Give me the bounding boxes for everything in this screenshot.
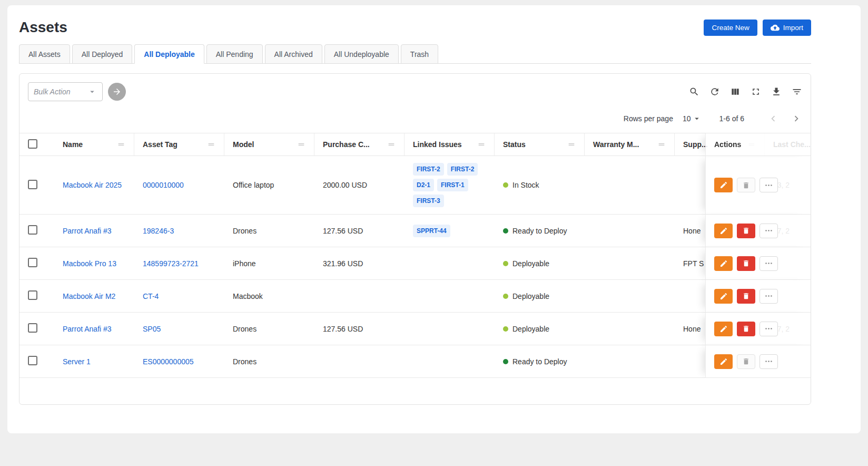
- column-resize-handle-icon[interactable]: [657, 140, 666, 149]
- linked-issue-badge[interactable]: SPPRT-44: [413, 225, 450, 237]
- linked-issue-badge[interactable]: FIRST-2: [447, 163, 478, 176]
- model-cell: Office laptop: [224, 156, 314, 215]
- edit-button[interactable]: [714, 224, 733, 238]
- asset-name-link[interactable]: Macbook Air 2025: [63, 181, 122, 189]
- row-checkbox[interactable]: [28, 290, 37, 300]
- rows-per-page-select[interactable]: 10: [683, 114, 702, 123]
- refresh-icon[interactable]: [709, 86, 720, 97]
- filter-icon[interactable]: [792, 86, 802, 97]
- warranty-cell: [585, 345, 675, 378]
- column-header-model[interactable]: Model: [224, 133, 314, 156]
- tab-all-undeployable[interactable]: All Undeployable: [324, 44, 399, 64]
- delete-button[interactable]: [737, 224, 755, 238]
- asset-tag-link[interactable]: 0000010000: [143, 181, 184, 189]
- bulk-action-select[interactable]: Bulk Action: [28, 82, 103, 101]
- status-cell: Ready to Deploy: [495, 345, 585, 378]
- column-header-warranty[interactable]: Warranty M...: [585, 133, 675, 156]
- edit-button[interactable]: [714, 178, 733, 192]
- more-actions-button[interactable]: [760, 322, 778, 336]
- asset-name-link[interactable]: Macbook Pro 13: [63, 259, 116, 268]
- download-icon[interactable]: [771, 86, 782, 97]
- import-button[interactable]: Import: [763, 20, 811, 36]
- column-resize-handle-icon[interactable]: [477, 140, 486, 149]
- column-resize-handle-icon[interactable]: [117, 140, 125, 149]
- chevron-down-icon: [692, 114, 702, 123]
- name-cell: Parrot Anafi #3: [54, 215, 134, 247]
- row-checkbox[interactable]: [28, 356, 37, 365]
- edit-button[interactable]: [714, 322, 733, 336]
- prev-page-button[interactable]: [767, 113, 779, 124]
- assets-table-wrap: NameAsset TagModelPurchase C...Linked Is…: [19, 133, 811, 378]
- column-header-asset_tag[interactable]: Asset Tag: [134, 133, 224, 156]
- more-actions-button[interactable]: [760, 224, 778, 238]
- linked-issue-badge[interactable]: D2-1: [413, 179, 434, 191]
- next-page-button[interactable]: [791, 113, 802, 124]
- asset-name-link[interactable]: Parrot Anafi #3: [63, 325, 112, 333]
- asset-name-link[interactable]: Parrot Anafi #3: [63, 227, 112, 235]
- column-header-label: Purchase C...: [323, 140, 370, 149]
- row-checkbox[interactable]: [28, 225, 37, 235]
- column-resize-handle-icon[interactable]: [297, 140, 305, 149]
- status-dot-icon: [503, 228, 508, 234]
- column-header-label: Warranty M...: [593, 140, 639, 149]
- tab-all-deployed[interactable]: All Deployed: [72, 44, 133, 64]
- column-header-purchase_cost[interactable]: Purchase C...: [314, 133, 405, 156]
- rows-per-page-value: 10: [683, 114, 691, 123]
- asset-tag-link[interactable]: ES0000000005: [143, 357, 194, 366]
- actions-cell: [705, 156, 811, 215]
- tab-all-assets[interactable]: All Assets: [19, 44, 70, 64]
- select-all-checkbox[interactable]: [28, 139, 37, 149]
- actions-cell: [705, 313, 811, 345]
- asset-tag-link[interactable]: CT-4: [143, 292, 159, 300]
- delete-button[interactable]: [737, 256, 755, 271]
- columns-icon[interactable]: [730, 86, 741, 97]
- fullscreen-icon[interactable]: [751, 86, 761, 97]
- delete-button[interactable]: [737, 178, 755, 192]
- create-new-button[interactable]: Create New: [704, 20, 757, 36]
- row-checkbox[interactable]: [28, 323, 37, 333]
- edit-button[interactable]: [714, 289, 733, 304]
- asset-tag-link[interactable]: 148599723-2721: [143, 259, 199, 268]
- tab-all-archived[interactable]: All Archived: [265, 44, 322, 64]
- arrow-right-icon: [112, 87, 122, 96]
- name-cell: Macbook Air 2025: [54, 156, 134, 215]
- more-actions-button[interactable]: [760, 354, 778, 369]
- delete-button[interactable]: [737, 322, 755, 336]
- linked-issues-cell: SPPRT-44: [405, 215, 495, 247]
- tab-all-deployable[interactable]: All Deployable: [134, 44, 204, 64]
- edit-button[interactable]: [714, 354, 733, 369]
- purchase-cost-cell: [314, 345, 405, 378]
- bulk-action-apply-button[interactable]: [108, 83, 126, 101]
- column-header-name[interactable]: Name: [54, 133, 134, 156]
- search-icon[interactable]: [689, 86, 699, 97]
- column-resize-handle-icon[interactable]: [207, 140, 215, 149]
- linked-issues-cell: [405, 280, 495, 313]
- linked-issue-badge[interactable]: FIRST-3: [413, 195, 444, 207]
- tab-trash[interactable]: Trash: [401, 44, 438, 64]
- edit-button[interactable]: [714, 256, 733, 271]
- more-actions-button[interactable]: [760, 178, 778, 192]
- column-header-linked_issues[interactable]: Linked Issues: [405, 133, 495, 156]
- column-header-label: Status: [503, 140, 526, 149]
- row-checkbox[interactable]: [28, 258, 37, 267]
- column-resize-handle-icon[interactable]: [387, 140, 396, 149]
- pagination: Rows per page 10 1-6 of 6: [19, 105, 811, 133]
- chevron-down-icon: [87, 87, 97, 96]
- linked-issue-badge[interactable]: FIRST-2: [413, 163, 444, 176]
- asset-tag-cell: ES0000000005: [134, 345, 224, 378]
- linked-issue-badge[interactable]: FIRST-1: [437, 179, 468, 191]
- asset-name-link[interactable]: Macbook Air M2: [63, 292, 115, 300]
- assets-card: Bulk Action: [19, 73, 811, 405]
- delete-button[interactable]: [737, 354, 755, 369]
- column-header-status[interactable]: Status: [495, 133, 585, 156]
- delete-button[interactable]: [737, 289, 755, 304]
- more-actions-button[interactable]: [760, 256, 778, 271]
- tab-all-pending[interactable]: All Pending: [206, 44, 263, 64]
- column-resize-handle-icon[interactable]: [567, 140, 576, 149]
- row-checkbox[interactable]: [28, 180, 37, 189]
- table-tools: [689, 86, 802, 97]
- asset-tag-link[interactable]: 198246-3: [143, 227, 174, 235]
- asset-tag-link[interactable]: SP05: [143, 325, 161, 333]
- asset-name-link[interactable]: Server 1: [63, 357, 91, 366]
- more-actions-button[interactable]: [760, 289, 778, 304]
